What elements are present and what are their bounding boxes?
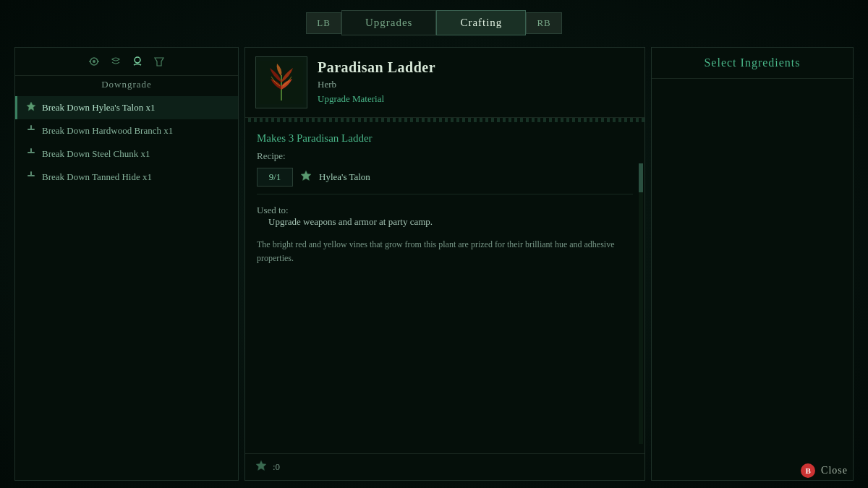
used-to-section: Used to: Upgrade weapons and armor at pa… (257, 205, 633, 228)
used-to-title: Used to: (257, 205, 633, 216)
dashed-separator (245, 118, 644, 122)
item-label-3: Break Down Steel Chunk x1 (42, 148, 150, 160)
filter-icon-2[interactable] (109, 55, 122, 71)
footer-icon (255, 460, 267, 474)
bottom-bar: B Close (801, 463, 848, 478)
recipe-label: Recipe: (257, 150, 633, 162)
content-area: Downgrade Break Down Hylea's Talon x1 Br… (14, 47, 854, 481)
list-item[interactable]: Break Down Hardwood Branch x1 (15, 119, 238, 142)
left-panel-icons (15, 48, 238, 76)
svg-point-4 (135, 57, 140, 63)
svg-rect-8 (30, 148, 32, 153)
nav-lb-button[interactable]: LB (306, 12, 341, 34)
ingredient-name: Hylea's Talon (319, 171, 370, 183)
filter-icon-3[interactable] (131, 55, 144, 71)
item-type: Herb (318, 79, 435, 90)
right-panel-content (652, 79, 853, 480)
right-panel-title: Select Ingredients (662, 56, 843, 69)
footer-count: :0 (273, 461, 280, 473)
item-label-2: Break Down Hardwood Branch x1 (42, 125, 173, 137)
middle-content: Makes 3 Paradisan Ladder Recipe: 9/1 Hyl… (245, 122, 644, 453)
filter-icon-4[interactable] (153, 55, 166, 71)
item-image (255, 56, 307, 108)
scroll-indicator (639, 163, 643, 444)
middle-footer: :0 (245, 453, 644, 480)
item-icon-4 (26, 171, 36, 184)
makes-label: Makes 3 Paradisan Ladder (257, 132, 633, 145)
list-item[interactable]: Break Down Steel Chunk x1 (15, 142, 238, 166)
ingredient-icon (300, 170, 312, 184)
left-panel: Downgrade Break Down Hylea's Talon x1 Br… (14, 47, 239, 481)
close-button[interactable]: Close (821, 465, 848, 476)
list-item[interactable]: Break Down Hylea's Talon x1 (15, 96, 238, 119)
tab-crafting[interactable]: Crafting (436, 10, 526, 35)
item-icon-3 (26, 147, 36, 160)
filter-icon-1[interactable] (88, 55, 101, 71)
list-item[interactable]: Break Down Tanned Hide x1 (15, 166, 238, 189)
item-subtitle: Upgrade Material (318, 93, 435, 105)
item-icon-2 (26, 124, 36, 137)
scroll-thumb[interactable] (639, 163, 643, 192)
svg-point-1 (93, 60, 95, 63)
item-label-1: Break Down Hylea's Talon x1 (42, 102, 155, 114)
right-panel: Select Ingredients (651, 47, 854, 481)
downgrade-label: Downgrade (15, 76, 238, 96)
item-icon-1 (26, 101, 36, 114)
top-nav: LB Upgrades Crafting RB (14, 10, 854, 35)
item-header: Paradisan Ladder Herb Upgrade Material (245, 48, 644, 118)
item-info: Paradisan Ladder Herb Upgrade Material (318, 56, 435, 105)
used-to-text: Upgrade weapons and armor at party camp. (268, 216, 633, 228)
description-text: The bright red and yellow vines that gro… (257, 238, 633, 265)
item-label-4: Break Down Tanned Hide x1 (42, 171, 152, 183)
nav-rb-button[interactable]: RB (526, 12, 561, 34)
main-wrapper: LB Upgrades Crafting RB (0, 0, 868, 488)
close-key-indicator: B (801, 463, 815, 478)
item-name: Paradisan Ladder (318, 59, 435, 76)
svg-rect-6 (30, 125, 32, 130)
right-panel-header: Select Ingredients (652, 48, 853, 79)
middle-panel: Paradisan Ladder Herb Upgrade Material M… (244, 47, 645, 481)
svg-rect-10 (30, 171, 32, 176)
recipe-row: 9/1 Hylea's Talon (257, 168, 633, 194)
tab-upgrades[interactable]: Upgrades (341, 10, 436, 35)
quantity-box: 9/1 (257, 168, 293, 187)
